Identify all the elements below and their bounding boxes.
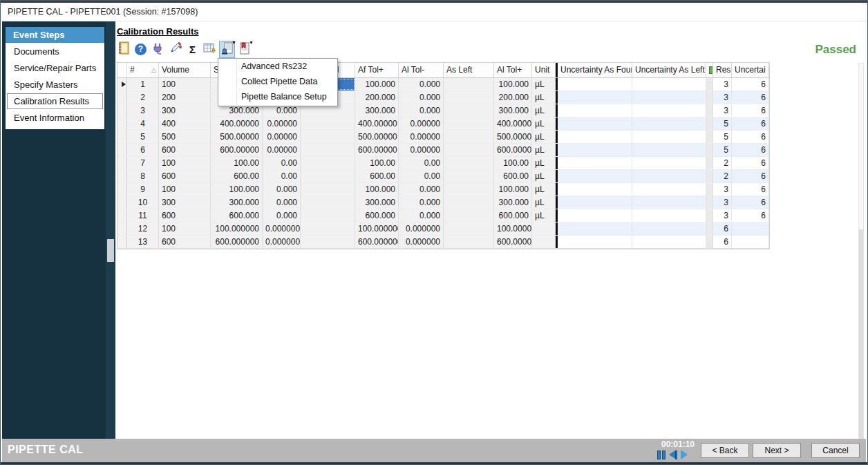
cell-af_tol_plus[interactable]: 200.000 — [355, 91, 399, 104]
sidebar-item-service-repair-parts[interactable]: Service/Repair Parts — [7, 60, 103, 76]
cell-unc[interactable]: 6 — [732, 196, 769, 209]
cell-ind[interactable] — [117, 104, 127, 117]
back-button[interactable]: < Back — [701, 443, 749, 458]
cell-unc_left[interactable] — [632, 131, 706, 143]
next-button[interactable]: Next > — [753, 443, 801, 458]
cell-af_tol_minus[interactable]: 0.000000 — [263, 222, 301, 235]
cell-set_point[interactable]: 100.000000 — [211, 222, 263, 235]
cell-as_left[interactable] — [444, 157, 494, 169]
cell-unc_left[interactable] — [632, 170, 706, 182]
cell-al_tol_plus[interactable]: 600.00000 — [494, 144, 532, 156]
cell-ind[interactable] — [117, 196, 127, 209]
cell-al_tol_plus[interactable]: 600.00 — [494, 170, 532, 182]
sidebar-item-documents[interactable]: Documents — [7, 44, 103, 59]
help-button[interactable]: ? — [133, 41, 149, 58]
titlebar[interactable]: PIPETTE CAL - PIPETTE001 (Session: #1570… — [1, 3, 867, 21]
cell-res_icon[interactable] — [706, 104, 713, 117]
cell-af_tol_plus[interactable]: 300.000 — [355, 196, 399, 209]
cell-unc_found[interactable] — [556, 236, 632, 248]
cell-al_tol_minus[interactable]: 0.000 — [399, 183, 444, 196]
collect-data-button[interactable]: ▼ — [219, 41, 235, 58]
cell-af_tol_minus[interactable]: 0.00 — [263, 170, 301, 182]
cell-res[interactable]: 3 — [713, 104, 732, 117]
cell-af_tol_plus[interactable]: 600.00 — [355, 170, 399, 182]
cell-unc[interactable] — [732, 236, 769, 248]
cell-num[interactable]: 8 — [127, 170, 159, 182]
cell-res_icon[interactable] — [706, 131, 713, 143]
cell-al_tol_minus[interactable]: 0.000 — [399, 78, 444, 91]
cell-unc[interactable]: 6 — [732, 117, 769, 130]
cell-num[interactable]: 3 — [127, 104, 159, 117]
cell-volume[interactable]: 100 — [159, 157, 211, 169]
cell-af_tol_minus[interactable]: 0.000 — [263, 209, 301, 222]
cell-res_icon[interactable] — [706, 170, 713, 182]
cell-volume[interactable]: 600 — [159, 144, 211, 156]
cell-res_icon[interactable] — [706, 117, 713, 130]
cell-unc_found[interactable] — [556, 131, 632, 143]
cell-unit[interactable]: µL — [532, 117, 556, 130]
cell-as_left[interactable] — [444, 170, 494, 182]
cell-set_point[interactable]: 500.00000 — [211, 131, 263, 143]
cell-al_tol_plus[interactable]: 400.00000 — [494, 117, 532, 130]
cell-af_tol_plus[interactable]: 100.000 — [355, 183, 399, 196]
cell-unc_left[interactable] — [632, 117, 706, 130]
cell-unc[interactable]: 6 — [732, 104, 769, 117]
cell-res[interactable]: 5 — [713, 117, 732, 130]
cell-as_found[interactable] — [301, 236, 355, 248]
cell-num[interactable]: 4 — [127, 117, 159, 130]
cell-af_tol_plus[interactable]: 500.00000 — [355, 131, 399, 143]
column-header-unc_found[interactable]: Uncertainty As Found — [556, 63, 632, 77]
cell-al_tol_minus[interactable]: 0.00 — [399, 157, 444, 169]
cell-unit[interactable]: µL — [532, 144, 556, 156]
cell-af_tol_minus[interactable]: 0.000 — [263, 183, 301, 196]
cell-al_tol_plus[interactable]: 300.000 — [494, 196, 532, 209]
cell-res[interactable]: 5 — [713, 144, 732, 156]
cell-unc_left[interactable] — [632, 78, 706, 91]
cell-set_point[interactable]: 400.00000 — [211, 117, 263, 130]
cell-as_found[interactable] — [301, 170, 355, 182]
cancel-button[interactable]: Cancel — [811, 443, 860, 458]
column-header-unit[interactable]: Unit — [532, 63, 556, 77]
cell-unc[interactable]: 6 — [732, 170, 769, 182]
cell-al_tol_plus[interactable]: 100.000 — [494, 78, 532, 91]
cell-as_left[interactable] — [444, 222, 494, 235]
cell-unit[interactable]: µL — [532, 170, 556, 182]
cell-volume[interactable]: 100 — [159, 78, 211, 91]
cell-af_tol_plus[interactable]: 100.000000 — [355, 222, 399, 235]
cell-unc_found[interactable] — [556, 196, 632, 209]
cell-unc_found[interactable] — [556, 222, 632, 235]
sum-button[interactable]: Σ — [185, 41, 200, 58]
cell-res_icon[interactable] — [706, 78, 713, 91]
cell-as_found[interactable] — [301, 196, 355, 209]
column-header-res[interactable]: Res. — [713, 63, 732, 77]
cell-af_tol_minus[interactable]: 0.00000 — [263, 117, 301, 130]
cell-res_icon[interactable] — [706, 183, 713, 196]
cell-af_tol_plus[interactable]: 600.000000 — [355, 236, 399, 248]
cell-unc_found[interactable] — [556, 78, 632, 91]
cell-as_found[interactable] — [301, 222, 355, 235]
cell-unc_found[interactable] — [556, 104, 632, 117]
sidebar-item-calibration-results[interactable]: Calibration Results — [7, 93, 103, 109]
cell-af_tol_minus[interactable]: 0.000000 — [263, 236, 301, 248]
cell-num[interactable]: 12 — [127, 222, 159, 235]
cell-al_tol_plus[interactable]: 200.000 — [494, 91, 532, 104]
sidebar-item-event-information[interactable]: Event Information — [7, 110, 103, 126]
cell-volume[interactable]: 100 — [159, 222, 211, 235]
cell-unit[interactable]: µL — [532, 91, 556, 104]
cell-res[interactable]: 3 — [713, 196, 732, 209]
cell-ind[interactable] — [117, 144, 127, 156]
cell-as_left[interactable] — [444, 91, 494, 104]
cell-volume[interactable]: 500 — [159, 131, 211, 143]
cell-num[interactable]: 2 — [127, 91, 159, 104]
pause-button[interactable] — [657, 450, 666, 459]
cell-unc_found[interactable] — [556, 209, 632, 222]
grid-wizard-button[interactable] — [202, 41, 218, 58]
cell-ind[interactable] — [117, 131, 127, 143]
cell-al_tol_plus[interactable]: 600.000000 — [494, 236, 532, 248]
cell-unit[interactable]: µL — [532, 183, 556, 196]
column-header-unc_left[interactable]: Uncertainty As Left — [632, 63, 706, 77]
vertical-scrollbar-thumb[interactable] — [859, 229, 863, 455]
column-header-al_tol_minus[interactable]: Al Tol- — [399, 63, 444, 77]
cell-as_left[interactable] — [444, 196, 494, 209]
cell-al_tol_plus[interactable]: 100.00 — [494, 157, 532, 169]
